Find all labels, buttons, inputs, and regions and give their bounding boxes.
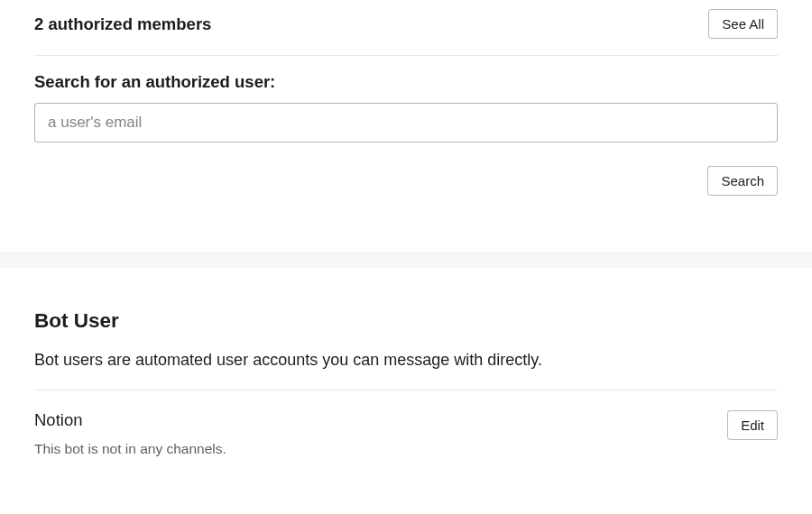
bot-name: Notion <box>34 410 226 430</box>
edit-bot-button[interactable]: Edit <box>727 410 778 440</box>
section-gap <box>0 252 812 268</box>
see-all-button[interactable]: See All <box>708 9 778 39</box>
search-actions: Search <box>34 166 778 196</box>
search-button[interactable]: Search <box>707 166 778 196</box>
search-input[interactable] <box>34 103 778 142</box>
bot-status: This bot is not in any channels. <box>34 441 226 457</box>
search-label: Search for an authorized user: <box>34 72 778 92</box>
bot-user-title: Bot User <box>34 309 778 333</box>
bot-user-description: Bot users are automated user accounts yo… <box>34 351 778 370</box>
bot-user-section: Bot User Bot users are automated user ac… <box>0 268 812 457</box>
members-header-row: 2 authorized members See All <box>34 9 778 55</box>
members-count-title: 2 authorized members <box>34 14 211 34</box>
bot-row: Notion This bot is not in any channels. … <box>34 390 778 457</box>
search-block: Search for an authorized user: Search <box>34 56 778 196</box>
authorized-members-section: 2 authorized members See All Search for … <box>0 0 812 196</box>
bot-info: Notion This bot is not in any channels. <box>34 410 226 457</box>
